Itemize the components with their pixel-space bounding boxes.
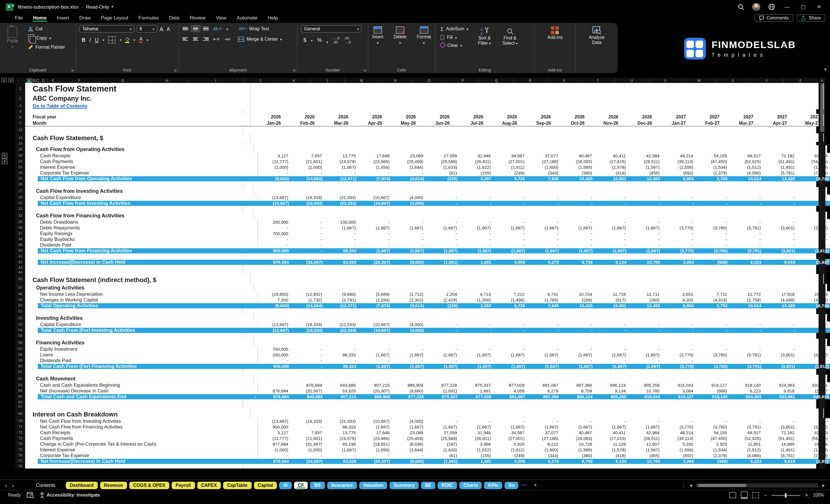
cell[interactable]: (5,781) (764, 452, 797, 458)
cell[interactable]: 8,759 (561, 388, 595, 393)
cell[interactable]: - (696, 357, 730, 363)
cell[interactable] (243, 206, 276, 212)
cell[interactable]: (26,811) (460, 158, 493, 164)
cell[interactable]: - (596, 327, 629, 333)
cell[interactable]: (1,667) (595, 225, 629, 230)
row-header-3[interactable]: 3 (15, 102, 25, 109)
cell[interactable]: 6,223 (730, 388, 764, 393)
cell[interactable]: - (460, 236, 493, 242)
cell[interactable] (287, 375, 321, 382)
cell[interactable] (681, 126, 715, 133)
cell[interactable] (689, 408, 723, 418)
zoom-out-button[interactable]: − (764, 492, 767, 498)
cell[interactable] (411, 142, 445, 145)
cell[interactable]: 2026 (520, 114, 554, 120)
cell[interactable] (760, 314, 793, 321)
cell[interactable] (557, 375, 591, 382)
cell[interactable] (284, 94, 317, 102)
cell[interactable] (411, 126, 445, 133)
cell[interactable] (523, 339, 557, 346)
column-header-d[interactable]: D (39, 78, 47, 83)
cell[interactable] (250, 133, 284, 142)
sort-filter-button[interactable]: AZ Sort &Filter ▾ (475, 25, 494, 49)
cell[interactable] (647, 333, 681, 339)
cell[interactable]: (14,664) (292, 303, 325, 308)
horizontal-scrollbar[interactable] (696, 483, 819, 487)
cell[interactable]: (1,891) (426, 388, 460, 393)
cell[interactable]: (2,791) (325, 297, 359, 303)
cell[interactable]: (1,667) (596, 248, 629, 253)
cell[interactable]: 2026 (587, 114, 621, 120)
cell[interactable]: (47,450) (696, 158, 730, 164)
cell[interactable]: 924,363 (731, 393, 764, 399)
cell[interactable]: - (493, 418, 528, 424)
cell[interactable] (388, 145, 422, 153)
cell[interactable] (749, 142, 783, 145)
cell[interactable]: (343) (528, 170, 561, 176)
cell[interactable] (479, 271, 513, 274)
format-painter-button[interactable]: Format Painter (26, 43, 67, 50)
cell[interactable]: (18,333) (292, 327, 325, 333)
number-format-combobox[interactable]: General▾ (301, 25, 362, 33)
cell[interactable]: (1,667) (494, 363, 528, 369)
cell[interactable] (310, 308, 344, 314)
cell[interactable] (378, 308, 411, 314)
cell[interactable]: - (528, 236, 561, 242)
cell[interactable]: 48,214 (662, 153, 696, 158)
cell[interactable] (253, 284, 287, 291)
cell[interactable]: (1,667) (493, 424, 528, 430)
clear-button[interactable]: Clear▾ (439, 42, 470, 49)
cell[interactable]: - (696, 194, 730, 200)
cell[interactable]: - (292, 363, 325, 369)
cell[interactable]: 3,084 (662, 388, 696, 393)
cell[interactable]: - (325, 357, 359, 363)
cell[interactable]: 900,000 (258, 363, 292, 369)
cell[interactable] (452, 274, 486, 284)
cell[interactable] (344, 265, 378, 271)
cell[interactable]: (9,680) (325, 291, 359, 297)
cell[interactable]: (32,997) (292, 259, 325, 265)
cell[interactable] (310, 109, 344, 114)
cell[interactable]: 10,425 (562, 303, 596, 308)
cell[interactable] (419, 102, 452, 109)
cell[interactable] (659, 375, 692, 382)
cell[interactable]: - (730, 219, 764, 225)
cell[interactable] (243, 271, 276, 274)
cell[interactable]: (455) (629, 452, 662, 458)
cell[interactable]: (28,093) (561, 158, 595, 164)
cell[interactable]: 34,587 (493, 430, 528, 435)
cell[interactable] (580, 206, 614, 212)
cell[interactable]: 3,084 (663, 259, 697, 265)
cell[interactable]: - (257, 236, 291, 242)
cell[interactable]: 6,223 (731, 458, 764, 464)
row-header-74[interactable]: 74 (15, 441, 25, 447)
cell[interactable]: Feb-26 (284, 120, 317, 126)
cell[interactable]: - (730, 236, 764, 242)
alignment-dialog-launcher[interactable]: ⇲ (293, 68, 295, 72)
cell[interactable] (790, 274, 824, 284)
cell[interactable] (523, 284, 557, 291)
cell[interactable]: - (257, 452, 291, 458)
cell[interactable]: (1,633) (426, 164, 460, 170)
cell[interactable]: 4,059 (493, 388, 528, 393)
cell[interactable]: (1,667) (393, 363, 427, 369)
cell[interactable] (655, 94, 689, 102)
cell[interactable] (591, 145, 625, 153)
cell[interactable] (445, 464, 479, 469)
cell[interactable] (591, 375, 625, 382)
cell[interactable] (378, 206, 411, 212)
cell[interactable] (554, 133, 587, 142)
cell[interactable]: (1,622) (460, 164, 493, 170)
cell[interactable]: 10,014 (731, 303, 764, 308)
cell[interactable]: - (730, 418, 764, 424)
cell[interactable]: (1,611) (493, 164, 528, 170)
search-icon[interactable] (738, 4, 744, 10)
cell[interactable] (546, 181, 580, 187)
row-header-56[interactable]: 56 (15, 339, 25, 346)
cell[interactable]: - (595, 418, 629, 424)
cell[interactable] (723, 102, 756, 109)
italic-button[interactable]: I (90, 37, 91, 43)
cell[interactable] (726, 284, 760, 291)
cell[interactable] (546, 206, 580, 212)
column-header-w[interactable]: W (682, 78, 716, 83)
